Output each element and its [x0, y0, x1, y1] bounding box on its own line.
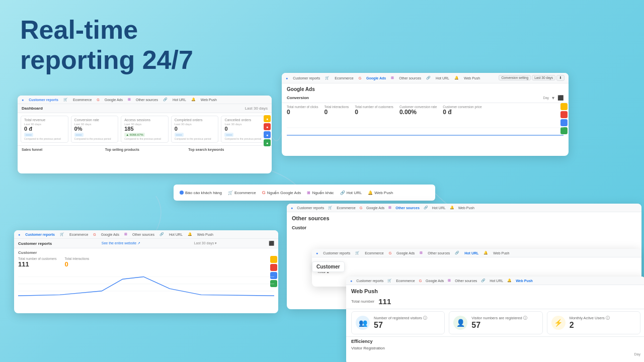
ga-nav-google[interactable]: Google Ads	[366, 76, 386, 80]
hu-nav-hoturl[interactable]: Hot URL	[464, 251, 478, 255]
day-label: Day	[543, 96, 549, 100]
hoturl-nav: ● Customer reports 🛒 Ecommerce G Google …	[312, 249, 641, 257]
wp-card-registered: 👥 Number of registered visitors ⓘ 57	[351, 311, 445, 334]
ga-metric-clicks: Total number of clicks 0	[287, 105, 318, 116]
ga-controls: Conversion setting Last 30 days ⬇	[499, 75, 565, 81]
dashboard-bottom-links: Sales funnel Top selling products Top se…	[18, 145, 272, 153]
metric-conversion-rate: Conversion rate Last 30 days 0% —— Compa…	[71, 116, 119, 143]
wp-visitor-reg-label: Visitor numbers are registered ⓘ	[471, 316, 527, 321]
ga-hoturl-icon: 🔗	[426, 76, 431, 80]
efficiency-section: Efficiency	[346, 336, 644, 345]
top-searches-link[interactable]: Top search keywords	[188, 148, 268, 151]
cr-google-icon: G	[93, 233, 96, 236]
nav-other-sources[interactable]: Other sources	[136, 98, 158, 102]
chevron-down-icon: ▾	[552, 95, 554, 101]
wp-nav-hoturl[interactable]: Hot URL	[490, 279, 503, 283]
google-ads-nav: ● Customer reports 🛒 Ecommerce G Google …	[282, 73, 569, 83]
wp-webpush-icon: 🔔	[507, 279, 512, 283]
other-sources-title: Other sources	[287, 212, 641, 223]
os-nav-ecommerce[interactable]: Ecommerce	[337, 206, 355, 210]
ga-nav-webpush[interactable]: Web Push	[464, 76, 480, 80]
visitor-registration: Visitor Registration	[346, 345, 644, 351]
hu-nav-google[interactable]: Google Ads	[396, 251, 415, 255]
sn-google-icon: G	[262, 190, 266, 195]
wp-card-visitor-reg: 👤 Visitor numbers are registered ⓘ 57	[449, 311, 542, 334]
conversion-label: Conversion	[287, 96, 309, 100]
sn-webpush[interactable]: 🔔 Web Push	[368, 189, 393, 197]
metric-completed-orders: Completed orders Last 30 days 0 —— Compa…	[171, 116, 219, 143]
sn-hoturl-icon: 🔗	[340, 191, 345, 195]
cr-nav-hoturl[interactable]: Hot URL	[169, 233, 183, 236]
sn-google-ads[interactable]: G Nguồn Google Ads	[262, 188, 301, 197]
wp-nav-ecommerce[interactable]: Ecommerce	[396, 279, 415, 283]
wp-visitor-reg-value: 57	[471, 321, 527, 330]
os-customer-icon: ●	[291, 206, 293, 210]
nav-hot-url[interactable]: Hot URL	[173, 98, 186, 102]
os-nav-google[interactable]: Google Ads	[366, 206, 384, 210]
sales-funnel-link[interactable]: Sales funnel	[22, 148, 101, 151]
other-sources-content: Custor	[287, 223, 641, 232]
nav-google-ads[interactable]: Google Ads	[105, 98, 123, 102]
cr-nav-google[interactable]: Google Ads	[101, 233, 119, 236]
ga-date-range-btn[interactable]: Last 30 days	[532, 75, 555, 80]
hu-nav-customer[interactable]: Customer reports	[323, 251, 350, 255]
cr-see-more[interactable]: See the entire website ↗	[102, 241, 140, 245]
wp-nav-webpush[interactable]: Web Push	[516, 279, 533, 283]
nav-web-push[interactable]: Web Push	[201, 98, 217, 102]
ga-nav-hoturl[interactable]: Hot URL	[436, 76, 449, 80]
top-products-link[interactable]: Top selling products	[105, 148, 185, 151]
sn-hoturl[interactable]: 🔗 Hot URL	[340, 189, 362, 197]
hoturl-title: Hot URL	[312, 257, 641, 269]
hoturl-total-label: Total 1	[312, 269, 641, 274]
ga-icon-yellow	[560, 103, 568, 110]
ga-webpush-icon: 🔔	[454, 76, 459, 80]
wp-nav-customer[interactable]: Customer reports	[356, 279, 383, 283]
sn-ecommerce[interactable]: 🛒 Ecommerce	[228, 189, 256, 197]
hu-nav-ecommerce[interactable]: Ecommerce	[365, 251, 383, 255]
hero-title: Real-time reporting 24/7	[20, 15, 193, 75]
google-ads-panel: ● Customer reports 🛒 Ecommerce G Google …	[282, 73, 569, 156]
cr-other-icon: ⊞	[124, 232, 127, 236]
ga-nav-customer[interactable]: Customer reports	[293, 76, 320, 80]
wp-total: Total number 111	[346, 296, 644, 309]
hu-webpush-icon: 🔔	[484, 251, 488, 255]
wp-nav-google[interactable]: Google Ads	[426, 279, 444, 283]
conversion-header: Conversion Day ▾ ⬛	[282, 93, 569, 103]
cr-nav-ecommerce[interactable]: Ecommerce	[69, 233, 88, 236]
nav-customer-reports[interactable]: Customer reports	[29, 98, 58, 102]
hu-nav-webpush[interactable]: Web Push	[493, 251, 509, 255]
cr-nav-customer[interactable]: Customer reports	[25, 233, 55, 236]
os-nav-customer[interactable]: Customer reports	[297, 206, 324, 210]
customer-reports-panel: ● Customer reports 🛒 Ecommerce G Google …	[14, 230, 278, 313]
icon-yellow: ●	[264, 115, 271, 122]
dashboard-panel: ● Customer reports 🛒 Ecommerce G Google …	[18, 96, 272, 173]
other-sources-icon: ⊞	[128, 98, 131, 102]
os-nav-other[interactable]: Other sources	[395, 206, 419, 210]
sn-other[interactable]: ⊞ Nguồn khác	[307, 189, 334, 197]
metric-access-sessions: Access sessions Last 30 days 185 ▲ 6066.…	[121, 116, 169, 143]
ga-conversion-setting-btn[interactable]: Conversion setting	[499, 75, 531, 80]
cr-nav-other[interactable]: Other sources	[132, 233, 154, 236]
sn-hoturl-label: Hot URL	[347, 191, 362, 195]
ga-nav-ecommerce[interactable]: Ecommerce	[335, 76, 353, 80]
wp-total-label: Total number	[351, 299, 374, 304]
cr-title: Customer reports	[18, 241, 52, 246]
standalone-nav: Báo cáo khách hàng 🛒 Ecommerce G Nguồn G…	[174, 185, 399, 201]
ga-export-btn[interactable]: ⬇	[556, 75, 565, 81]
sn-customer[interactable]: Báo cáo khách hàng	[180, 189, 222, 197]
wp-registered-value: 57	[374, 321, 427, 330]
hu-nav-other[interactable]: Other sources	[428, 251, 450, 255]
nav-ecommerce[interactable]: Ecommerce	[73, 98, 92, 102]
web-push-icon: 🔔	[191, 98, 196, 102]
wp-card-mau: ⚡ Monthly Active Users ⓘ 2	[547, 311, 640, 334]
wp-visitor-reg-icon: 👤	[453, 316, 467, 330]
ga-metric-conv-rate: Customer conversion rate 0.00%	[399, 105, 437, 116]
web-push-panel: ● Customer reports 🛒 Ecommerce G Google …	[346, 277, 644, 362]
ga-nav-other[interactable]: Other sources	[399, 76, 421, 80]
cr-panel-header: Customer reports See the entire website …	[14, 239, 278, 248]
dashboard-nav: ● Customer reports 🛒 Ecommerce G Google …	[18, 96, 272, 104]
cr-nav-webpush[interactable]: Web Push	[197, 233, 213, 236]
os-nav-webpush[interactable]: Web Push	[458, 206, 474, 210]
wp-nav-other[interactable]: Other sources	[455, 279, 477, 283]
os-nav-hoturl[interactable]: Hot URL	[432, 206, 446, 210]
